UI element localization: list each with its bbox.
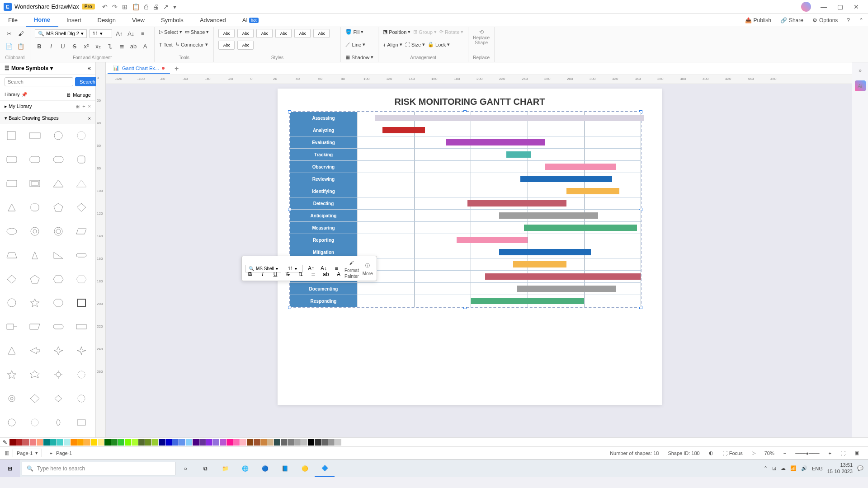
shape-octagon-round[interactable]: [27, 199, 43, 216]
zoom-in-icon[interactable]: +: [829, 450, 831, 456]
copy-icon[interactable]: 📄: [5, 42, 14, 51]
floating-toolbar[interactable]: 🔍 MS Shell ▾ 11 ▾ A↑ A↓ ≡ 🖌 FormatPainte…: [241, 256, 377, 281]
increase-font-icon[interactable]: A↑: [115, 29, 124, 38]
help-icon[interactable]: ?: [842, 17, 854, 23]
style-preset[interactable]: Abc: [218, 41, 235, 50]
task-explorer-icon[interactable]: 📁: [215, 460, 235, 477]
color-swatch[interactable]: [260, 439, 267, 446]
add-page-button[interactable]: +: [49, 450, 52, 456]
shape-diamond3[interactable]: [50, 390, 66, 407]
expand-right-icon[interactable]: »: [855, 65, 866, 76]
shape-rhombus[interactable]: [4, 271, 20, 287]
shape-roundrect2[interactable]: [27, 151, 43, 168]
gantt-bar[interactable]: [499, 249, 591, 255]
shape-target[interactable]: [50, 223, 66, 239]
task-word-icon[interactable]: 📘: [275, 460, 295, 477]
section-close-icon[interactable]: ×: [88, 116, 91, 121]
color-swatch[interactable]: [315, 439, 321, 446]
float-underline-icon[interactable]: U: [271, 270, 280, 279]
color-swatch[interactable]: [16, 439, 23, 446]
ai-panel-icon[interactable]: AI: [855, 80, 866, 91]
color-swatch[interactable]: [71, 439, 77, 446]
gantt-bar[interactable]: [520, 176, 612, 182]
shape-trapezoid[interactable]: [4, 247, 20, 263]
gantt-bar[interactable]: [545, 164, 616, 170]
float-italic-icon[interactable]: I: [258, 270, 267, 279]
focus-button[interactable]: ⛶ Focus: [722, 450, 743, 456]
tray-clock[interactable]: 13:51 15-10-2023: [827, 462, 853, 474]
color-swatch[interactable]: [145, 439, 151, 446]
shape-hexagon2[interactable]: [73, 271, 90, 287]
float-bullets-icon[interactable]: ≣: [309, 270, 318, 279]
selection-handle[interactable]: [288, 208, 291, 211]
line-button[interactable]: ／ Line ▾: [345, 41, 373, 48]
selection-handle[interactable]: [288, 110, 291, 113]
menu-design[interactable]: Design: [90, 14, 124, 27]
text-tool[interactable]: T Text: [159, 42, 173, 47]
fit-icon[interactable]: ⛶: [840, 450, 845, 456]
shape-gear2[interactable]: [73, 390, 90, 407]
shape-diamond2[interactable]: [27, 390, 43, 407]
page-tab[interactable]: Page-1: [56, 450, 72, 456]
color-swatch[interactable]: [186, 439, 192, 446]
color-swatch[interactable]: [267, 439, 274, 446]
shape-donut[interactable]: [27, 223, 43, 239]
font-size-select[interactable]: 11 ▾: [90, 29, 112, 38]
maximize-button[interactable]: ▢: [832, 3, 848, 10]
color-swatch[interactable]: [247, 439, 253, 446]
shape-roundrect4[interactable]: [50, 319, 66, 335]
underline-icon[interactable]: U: [58, 42, 67, 51]
color-swatch[interactable]: [30, 439, 36, 446]
color-swatch[interactable]: [125, 439, 131, 446]
strike-icon[interactable]: S̶: [70, 42, 79, 51]
add-tab-button[interactable]: +: [175, 65, 179, 73]
color-swatch[interactable]: [206, 439, 212, 446]
shape-roundrect3[interactable]: [50, 151, 66, 168]
tray-wifi-icon[interactable]: 📶: [790, 465, 797, 471]
color-swatch[interactable]: [98, 439, 104, 446]
shape-right-tri[interactable]: [50, 247, 66, 263]
fontcolor-icon[interactable]: A: [141, 42, 150, 51]
shape-tool[interactable]: ▭ Shape ▾: [185, 29, 209, 35]
gantt-bar[interactable]: [485, 273, 641, 280]
task-view-icon[interactable]: ⧉: [195, 460, 215, 477]
shape-trap2[interactable]: [27, 319, 43, 335]
share-button[interactable]: 🔗 Share: [776, 17, 808, 23]
color-swatch[interactable]: [301, 439, 307, 446]
theme-icon[interactable]: ◐: [709, 450, 713, 456]
align-icon[interactable]: ≡: [138, 29, 147, 38]
lib-close-icon[interactable]: ×: [88, 103, 91, 109]
gantt-row[interactable]: Responding: [290, 295, 641, 307]
font-family-select[interactable]: 🔍 MS Shell Dlg 2 ▾: [35, 29, 87, 38]
bold-icon[interactable]: B: [35, 42, 44, 51]
style-preset[interactable]: Abc: [256, 29, 273, 38]
shape-triangle[interactable]: [50, 175, 66, 192]
color-swatch[interactable]: [335, 439, 341, 446]
position-button[interactable]: ⬔ Position▾: [383, 29, 410, 35]
eyedropper-icon[interactable]: ✎: [3, 439, 7, 446]
style-preset[interactable]: Abc: [294, 29, 311, 38]
color-swatch[interactable]: [233, 439, 240, 446]
shape-tri3[interactable]: [4, 343, 20, 359]
linespacing-icon[interactable]: ⇅: [105, 42, 114, 51]
connector-tool[interactable]: ↳ Connector ▾: [175, 42, 208, 47]
shape-sparkle[interactable]: [73, 343, 90, 359]
gantt-row[interactable]: Detecting: [290, 197, 641, 210]
tray-notifications-icon[interactable]: 💬: [857, 465, 863, 471]
gantt-row[interactable]: Assessing: [290, 112, 641, 124]
gantt-bar[interactable]: [499, 212, 598, 219]
color-swatch[interactable]: [308, 439, 314, 446]
task-edge-icon[interactable]: 🌐: [235, 460, 255, 477]
size-button[interactable]: ⛶ Size▾: [405, 42, 425, 47]
shape-heptagon[interactable]: [4, 295, 20, 311]
shape-frame[interactable]: [27, 175, 43, 192]
shape-circle-thin[interactable]: [73, 127, 90, 144]
color-swatch[interactable]: [226, 439, 233, 446]
shape-ellipse[interactable]: [4, 223, 20, 239]
shape-circle2[interactable]: [27, 414, 43, 431]
group-button[interactable]: ⊞ Group▾: [413, 29, 437, 35]
float-linespace-icon[interactable]: ⇅: [296, 270, 305, 279]
shape-star6[interactable]: [27, 366, 43, 383]
gantt-bar[interactable]: [506, 151, 531, 158]
color-swatch[interactable]: [50, 439, 57, 446]
